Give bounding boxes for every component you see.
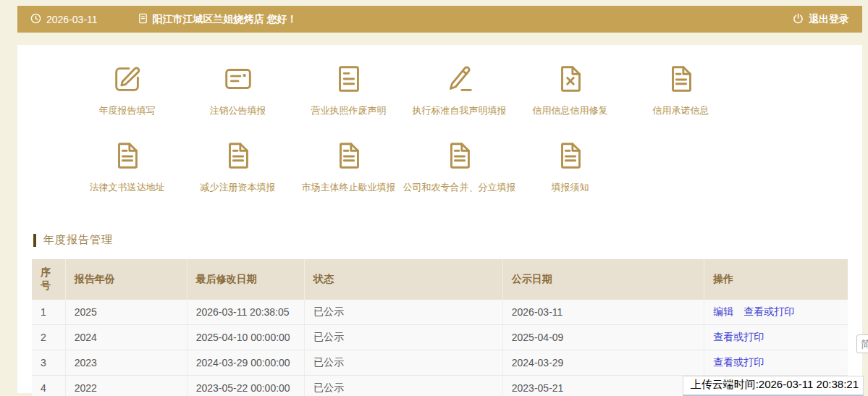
shortcut-label: 减少注册资本填报 xyxy=(201,181,276,194)
language-toggle-simplified[interactable]: 简 xyxy=(856,334,868,353)
shortcut-license-void[interactable]: 营业执照作废声明 xyxy=(293,62,404,117)
cell-publish-date: 2023-05-21 xyxy=(502,376,704,396)
cell-year: 2025 xyxy=(65,300,187,325)
table-header-row: 序号 报告年份 最后修改日期 状态 公示日期 操作 xyxy=(32,259,848,300)
shortcut-label: 公司和农专合并、分立填报 xyxy=(403,181,516,194)
cell-actions: 编辑查看或打印 xyxy=(704,300,848,325)
shortcut-label: 填报须知 xyxy=(552,181,589,194)
document-lines-icon xyxy=(222,139,255,172)
col-header-status: 状态 xyxy=(304,259,502,300)
cell-modified: 2023-05-22 00:00:00 xyxy=(187,376,304,396)
cell-publish-date: 2025-04-09 xyxy=(502,325,704,350)
document-lines-icon xyxy=(443,139,476,172)
cell-publish-date: 2024-03-29 xyxy=(502,350,704,376)
main-panel: 年度报告填写 注销公告填报 营业执照作废声明 xyxy=(17,45,862,393)
shortcut-label: 信用承诺信息 xyxy=(653,104,709,117)
header-greeting-group: 阳江市江城区兰姐烧烤店 您好！ xyxy=(138,13,298,26)
col-header-no: 序号 xyxy=(32,259,65,300)
logout-label: 退出登录 xyxy=(809,13,849,26)
shortcut-label: 执行标准自我声明填报 xyxy=(413,104,507,117)
shortcut-annual-report[interactable]: 年度报告填写 xyxy=(72,62,182,117)
shortcut-label: 法律文书送达地址 xyxy=(90,181,165,194)
shortcut-deregistration-notice[interactable]: 注销公告填报 xyxy=(182,62,293,117)
edit-link[interactable]: 编辑 xyxy=(713,306,733,317)
table-row: 2 2024 2025-04-10 00:00:00 已公示 2025-04-0… xyxy=(32,325,848,350)
shortcut-label: 信用信息信用修复 xyxy=(533,104,608,117)
section-title-text: 年度报告管理 xyxy=(43,233,113,247)
header-greeting: 阳江市江城区兰姐烧烤店 您好！ xyxy=(153,13,298,26)
cell-modified: 2025-04-10 00:00:00 xyxy=(187,325,304,350)
shortcut-label: 市场主体终止歇业填报 xyxy=(302,181,396,194)
edit-square-icon xyxy=(111,62,144,96)
header-date: 2026-03-11 xyxy=(46,14,98,25)
shortcut-merger-division[interactable]: 公司和农专合并、分立填报 xyxy=(404,139,515,194)
document-lines-icon xyxy=(554,139,587,172)
table-row: 1 2025 2026-03-11 20:38:05 已公示 2026-03-1… xyxy=(32,300,848,325)
cell-status: 已公示 xyxy=(304,350,502,376)
shortcut-business-closure[interactable]: 市场主体终止歇业填报 xyxy=(293,139,404,194)
col-header-publish-date: 公示日期 xyxy=(502,259,704,300)
col-header-actions: 操作 xyxy=(704,259,848,300)
pencil-icon xyxy=(443,62,476,96)
cell-year: 2024 xyxy=(65,325,187,350)
shortcut-credit-repair[interactable]: 信用信息信用修复 xyxy=(515,62,625,117)
cell-publish-date: 2026-03-11 xyxy=(502,300,704,325)
document-lines-icon xyxy=(111,139,144,172)
cell-modified: 2024-03-29 00:00:00 xyxy=(187,350,304,376)
shortcut-capital-reduction[interactable]: 减少注册资本填报 xyxy=(182,139,293,194)
business-icon xyxy=(138,13,148,26)
view-print-link[interactable]: 查看或打印 xyxy=(713,356,764,368)
table-row: 3 2023 2024-03-29 00:00:00 已公示 2024-03-2… xyxy=(32,350,848,376)
cell-no: 4 xyxy=(32,376,65,396)
top-header-bar: 2026-03-11 阳江市江城区兰姐烧烤店 您好！ 退出登录 xyxy=(17,6,862,33)
power-icon xyxy=(793,13,804,26)
cell-no: 2 xyxy=(32,325,65,350)
cell-no: 1 xyxy=(32,300,65,325)
cell-status: 已公示 xyxy=(304,325,502,350)
document-lines-icon xyxy=(665,62,698,96)
shortcut-legal-document-address[interactable]: 法律文书送达地址 xyxy=(72,139,182,194)
document-plain-icon xyxy=(332,62,366,96)
shortcut-filing-instructions[interactable]: 填报须知 xyxy=(515,139,625,194)
section-title-bar xyxy=(33,234,36,247)
col-header-year: 报告年份 xyxy=(65,259,187,300)
cell-modified: 2026-03-11 20:38:05 xyxy=(187,300,304,325)
shortcut-label: 营业执照作废声明 xyxy=(311,104,387,117)
document-x-icon xyxy=(554,62,587,96)
card-lines-icon xyxy=(222,62,255,96)
shortcut-credit-commitment[interactable]: 信用承诺信息 xyxy=(625,62,736,117)
view-print-link[interactable]: 查看或打印 xyxy=(713,331,764,342)
shortcut-label: 注销公告填报 xyxy=(210,104,266,117)
cell-actions: 查看或打印 xyxy=(704,325,848,350)
section-title: 年度报告管理 xyxy=(33,233,848,247)
col-header-modified: 最后修改日期 xyxy=(187,259,304,300)
shortcut-grid: 年度报告填写 注销公告填报 营业执照作废声明 xyxy=(72,62,848,194)
cell-year: 2023 xyxy=(65,350,187,376)
upload-time-label: 上传云端时间:2026-03-11 20:38:21 xyxy=(683,376,864,396)
cell-status: 已公示 xyxy=(304,376,502,396)
cell-year: 2022 xyxy=(65,376,187,396)
cell-status: 已公示 xyxy=(304,300,502,325)
clock-icon xyxy=(30,13,41,26)
shortcut-label: 年度报告填写 xyxy=(99,104,156,117)
header-date-group: 2026-03-11 xyxy=(30,13,98,26)
view-print-link[interactable]: 查看或打印 xyxy=(743,306,794,317)
cell-no: 3 xyxy=(32,350,65,376)
cell-actions: 查看或打印 xyxy=(704,350,848,376)
logout-button[interactable]: 退出登录 xyxy=(793,13,849,26)
shortcut-standard-declaration[interactable]: 执行标准自我声明填报 xyxy=(404,62,515,117)
document-lines-icon xyxy=(332,139,366,172)
